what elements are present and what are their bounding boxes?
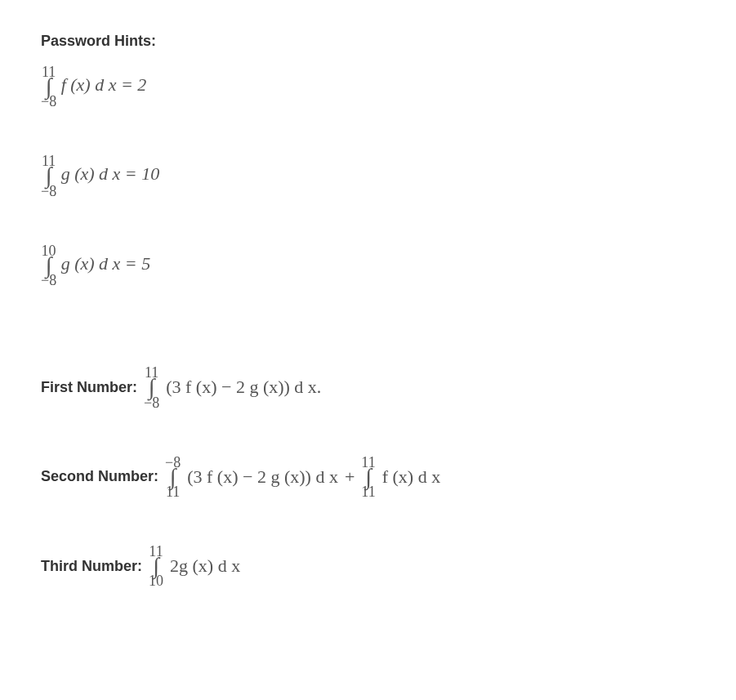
hint-body: g (x) d x = 10 bbox=[61, 164, 160, 185]
hint-equation-1: 11 ∫ −8 f (x) d x = 2 bbox=[41, 65, 695, 109]
hint-equation-3: 10 ∫ −8 g (x) d x = 5 bbox=[41, 243, 695, 288]
third-number-expression: 11 ∫ 10 2g (x) d x bbox=[149, 544, 240, 588]
third-number-label: Third Number: bbox=[41, 558, 142, 575]
hint-body: g (x) d x = 5 bbox=[61, 253, 151, 274]
third-number-row: Third Number: 11 ∫ 10 2g (x) d x bbox=[41, 544, 695, 588]
expression-body: (3 f (x) − 2 g (x)) d x. bbox=[166, 377, 321, 398]
lower-limit: 10 bbox=[149, 573, 163, 588]
spacer bbox=[41, 332, 695, 365]
heading-password-hints: Password Hints: bbox=[41, 33, 695, 50]
expression-body: 2g (x) d x bbox=[170, 555, 240, 577]
lower-limit: −8 bbox=[144, 395, 159, 410]
hint-body: f (x) d x = 2 bbox=[61, 74, 147, 95]
integral-symbol: 11 ∫ 10 bbox=[149, 544, 163, 588]
lower-limit: −8 bbox=[41, 184, 56, 198]
second-number-label: Second Number: bbox=[41, 468, 158, 485]
integral-symbol: 11 ∫ −8 bbox=[41, 65, 56, 109]
integrand: f (x) d x = 2 bbox=[61, 74, 147, 95]
lower-limit: 11 bbox=[361, 484, 375, 499]
lower-limit: 11 bbox=[165, 484, 181, 499]
lower-limit: −8 bbox=[41, 273, 56, 288]
plus-operator: + bbox=[345, 466, 355, 488]
lower-limit: −8 bbox=[41, 94, 56, 109]
integral-symbol: 11 ∫ 11 bbox=[361, 455, 375, 499]
first-number-row: First Number: 11 ∫ −8 (3 f (x) − 2 g (x)… bbox=[41, 365, 695, 409]
integral-symbol: 11 ∫ −8 bbox=[144, 365, 159, 409]
expression-body-1: (3 f (x) − 2 g (x)) d x bbox=[187, 466, 338, 488]
integral-symbol: −8 ∫ 11 bbox=[165, 455, 181, 499]
integral-symbol: 10 ∫ −8 bbox=[41, 243, 56, 288]
first-number-label: First Number: bbox=[41, 379, 137, 396]
integrand: g (x) d x = 10 bbox=[61, 164, 160, 185]
hint-equation-2: 11 ∫ −8 g (x) d x = 10 bbox=[41, 154, 695, 198]
second-number-row: Second Number: −8 ∫ 11 (3 f (x) − 2 g (x… bbox=[41, 455, 695, 499]
second-number-expression: −8 ∫ 11 (3 f (x) − 2 g (x)) d x + 11 ∫ 1… bbox=[165, 455, 440, 499]
integral-symbol: 11 ∫ −8 bbox=[41, 154, 56, 198]
expression-body-2: f (x) d x bbox=[382, 466, 440, 488]
first-number-expression: 11 ∫ −8 (3 f (x) − 2 g (x)) d x. bbox=[144, 365, 321, 409]
integrand: g (x) d x = 5 bbox=[61, 253, 151, 274]
document-content: Password Hints: 11 ∫ −8 f (x) d x = 2 11… bbox=[0, 0, 736, 666]
